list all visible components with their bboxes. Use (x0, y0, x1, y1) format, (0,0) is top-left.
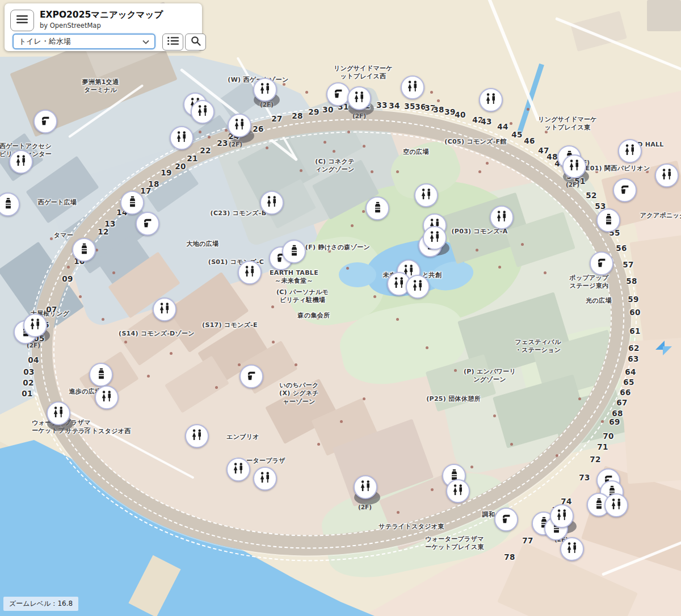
toilet-marker[interactable] (401, 76, 424, 99)
zone-label: EARTH TABLE～未来食堂～ (270, 269, 318, 286)
app-title: EXPO2025マニアックマップ (40, 9, 163, 21)
toilet-marker[interactable] (226, 458, 250, 481)
zone-label: タマー (54, 232, 73, 240)
toilet-marker[interactable] (253, 467, 277, 491)
ring-number: 19 (161, 168, 172, 177)
search-button[interactable] (185, 33, 206, 51)
zone-label: いのちパーク(X) シグネチャーゾーン (279, 382, 319, 406)
toilet-marker[interactable] (9, 150, 33, 174)
water-bottle-icon (373, 201, 382, 216)
tree-dot (102, 318, 104, 321)
restroom-icon (353, 91, 365, 105)
toilet-marker[interactable] (446, 479, 470, 503)
zone-label: 森の集会所 (298, 312, 330, 320)
tree-dot (478, 170, 481, 173)
restroom-icon (196, 105, 209, 119)
toilet-marker[interactable] (153, 297, 176, 321)
drinking-fountain-icon (596, 257, 607, 270)
restroom-icon (243, 266, 256, 279)
hamburger-icon (16, 15, 28, 26)
floor-label: (2F) (358, 504, 372, 510)
toilet-marker[interactable] (618, 139, 642, 163)
app-subtitle: by OpenStreetMap (40, 22, 101, 30)
tree-dot (147, 375, 150, 378)
bottle-marker[interactable] (72, 238, 96, 262)
list-button[interactable] (162, 33, 183, 51)
zone-label: 光の広場 (586, 297, 611, 305)
bottle-marker[interactable] (120, 191, 144, 215)
restroom-icon (495, 211, 508, 224)
toilet-marker[interactable] (260, 191, 284, 215)
toilet-marker[interactable] (23, 313, 47, 337)
restroom-icon (100, 391, 113, 404)
zoom-level-badge: ズームレベル：16.8 (3, 597, 78, 611)
water-bottle-icon (128, 195, 137, 210)
toilet-marker[interactable] (185, 424, 209, 448)
restroom-icon (428, 231, 441, 245)
zone-label: (C) パーソナルモビリティ駐機場 (276, 288, 329, 305)
tree-dot (454, 369, 457, 372)
toilet-marker[interactable] (562, 154, 586, 178)
ring-number: 64 (625, 367, 636, 376)
toilet-marker[interactable] (406, 275, 430, 299)
tree-dot (347, 131, 350, 133)
zone-label: ポップアップステージ東内 (569, 274, 608, 291)
zone-label: アクアポニックス (640, 212, 681, 220)
list-icon (167, 36, 179, 48)
app-panel: EXPO2025マニアックマップ by OpenStreetMap トイレ・給水… (5, 3, 202, 51)
ring-number: 46 (524, 136, 535, 145)
ring-number: 44 (497, 122, 508, 131)
map-canvas[interactable]: EXPO2025マニアックマップ by OpenStreetMap トイレ・給水… (0, 0, 681, 616)
tree-dot (124, 341, 127, 343)
ring-number: 78 (504, 552, 515, 561)
ring-number: 71 (597, 442, 608, 451)
toilet-marker[interactable] (347, 86, 371, 110)
tree-dot (396, 318, 399, 321)
tree-dot (323, 141, 326, 144)
ring-number: 61 (629, 326, 641, 336)
ring-number: 21 (187, 154, 198, 163)
toilet-marker[interactable] (228, 114, 251, 137)
layer-select[interactable]: トイレ・給水場 (12, 33, 155, 49)
fountain-marker[interactable] (590, 252, 613, 275)
fountain-marker[interactable] (136, 212, 159, 236)
ring-number: 39 (444, 107, 456, 116)
toilet-marker[interactable] (655, 164, 679, 187)
fountain-marker[interactable] (494, 508, 518, 531)
toilet-marker[interactable] (191, 100, 215, 124)
drinking-fountain-icon (619, 183, 630, 197)
restroom-icon (191, 429, 203, 443)
bottle-marker[interactable] (89, 363, 113, 387)
menu-button[interactable] (10, 10, 34, 31)
bottle-marker[interactable] (365, 196, 389, 220)
ring-number: 63 (628, 354, 639, 363)
toilet-marker[interactable] (253, 78, 277, 102)
fountain-marker[interactable] (239, 364, 263, 388)
toilet-marker[interactable] (423, 226, 447, 250)
toilet-marker[interactable] (354, 475, 377, 499)
fountain-marker[interactable] (33, 110, 57, 133)
fountain-marker[interactable] (326, 82, 350, 106)
toilet-marker[interactable] (238, 261, 262, 284)
zone-label: リングサイドマーケットプレイス東 (538, 116, 597, 132)
toilet-marker[interactable] (550, 504, 574, 528)
ring-number: 33 (376, 100, 388, 110)
tree-dot (300, 169, 302, 172)
toilet-marker[interactable] (170, 126, 194, 150)
toilet-marker[interactable] (47, 401, 70, 425)
tree-dot (346, 267, 349, 270)
toilet-marker[interactable] (479, 88, 503, 112)
ring-number: 65 (623, 378, 634, 387)
tree-dot (396, 170, 399, 173)
toilet-marker[interactable] (95, 385, 119, 409)
bottle-marker[interactable] (282, 240, 306, 263)
toilet-marker[interactable] (604, 493, 628, 517)
zone-label: (C23) コモンズ-B (211, 209, 267, 217)
tree-dot (437, 99, 440, 102)
toilet-marker[interactable] (490, 206, 514, 229)
toilet-marker[interactable] (414, 183, 438, 207)
tree-dot (510, 443, 513, 446)
fountain-marker[interactable] (613, 178, 637, 202)
bottle-marker[interactable] (596, 208, 620, 232)
toilet-marker[interactable] (560, 537, 584, 561)
